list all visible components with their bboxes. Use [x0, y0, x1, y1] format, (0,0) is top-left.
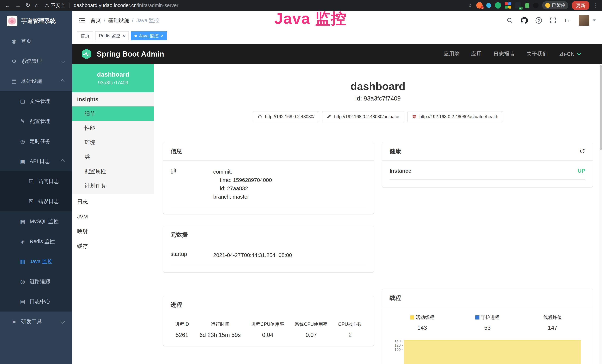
hamburger-icon[interactable] — [79, 17, 85, 24]
fullscreen-icon[interactable] — [550, 17, 556, 24]
paused-label: 已暂停 — [552, 2, 565, 8]
sidebar-item-file-management[interactable]: ▢ 文件管理 — [0, 91, 72, 111]
menu-item-mappings[interactable]: 映射 — [72, 224, 154, 239]
sidebar-item-mysql-monitor[interactable]: ▦ MySQL 监控 — [0, 211, 72, 231]
process-pid: 进程ID 5261 — [175, 321, 189, 338]
back-icon[interactable]: ← — [5, 3, 10, 8]
paused-badge[interactable]: 已暂停 — [542, 1, 568, 10]
menu-item-caches[interactable]: 缓存 — [72, 239, 154, 254]
sidebar-item-access-logs[interactable]: ☑ 访问日志 — [0, 171, 72, 191]
security-indicator[interactable]: ⚠ 不安全 — [45, 2, 65, 9]
error-log-icon: ☒ — [28, 198, 34, 204]
sidebar-item-label: 基础设施 — [21, 78, 42, 85]
info-git-row: git commit: time: 1596289704000 id: 27aa… — [171, 168, 366, 206]
actuator-url: http://192.168.0.2:48080/actuator — [334, 114, 400, 119]
menu-item-logs[interactable]: 日志 — [72, 194, 154, 209]
address-bar[interactable]: dashboard.yudao.iocoder.cn/infra/admin-s… — [70, 3, 178, 8]
sidebar-item-api-logs[interactable]: ▣ API 日志 — [0, 151, 72, 171]
breadcrumb-home[interactable]: 首页 — [90, 17, 101, 24]
sidebar-item-devtools[interactable]: ▣ 研发工具 — [0, 311, 72, 332]
user-avatar[interactable] — [579, 15, 589, 26]
sidebar-item-label: Redis 监控 — [30, 238, 55, 245]
sba-brand[interactable]: Spring Boot Admin — [81, 48, 164, 60]
forward-icon[interactable]: → — [15, 3, 21, 8]
sba-nav-applications[interactable]: 应用 — [471, 50, 482, 58]
menu-item-metrics[interactable]: 性能 — [72, 121, 154, 135]
home-icon[interactable]: ⌂ — [35, 3, 38, 8]
app-logo[interactable]: 芋道管理系统 — [0, 11, 72, 31]
fox-extension-icon[interactable]: 1 — [476, 2, 483, 9]
card-title: 健康 — [389, 147, 401, 155]
chevron-down-icon — [61, 320, 65, 324]
app-title: 芋道管理系统 — [21, 17, 56, 25]
tab-label: 首页 — [81, 33, 90, 39]
breadcrumb-infrastructure[interactable]: 基础设施 — [108, 17, 129, 24]
close-tab-icon[interactable]: × — [123, 33, 125, 38]
pig-logo-icon — [7, 16, 17, 26]
help-icon[interactable]: ? — [535, 17, 542, 24]
instance-header[interactable]: dashboard 93a3fc7f7409 — [72, 64, 154, 92]
sidebar-item-redis-monitor[interactable]: ◈ Redis 监控 — [0, 231, 72, 251]
sidebar-item-label: 文件管理 — [30, 98, 50, 105]
update-button[interactable]: 更新 — [572, 1, 589, 10]
menu-item-jvm[interactable]: JVM — [72, 209, 154, 224]
actuator-url-button[interactable]: http://192.168.0.2:48080/actuator — [322, 111, 404, 122]
metadata-value: 2021-04-27T00:44:31.254+08:00 — [213, 251, 366, 259]
cards-grid: 信息 git commit: time: 1596289704000 id: 2… — [163, 142, 593, 364]
instance-id: 93a3fc7f7409 — [98, 80, 128, 86]
history-icon[interactable]: ↺ — [579, 148, 585, 155]
sidebar-item-config-management[interactable]: ✎ 配置管理 — [0, 111, 72, 131]
sidebar-item-trace[interactable]: ◎ 链路追踪 — [0, 271, 72, 291]
cards-left-column: 信息 git commit: time: 1596289704000 id: 2… — [163, 142, 374, 364]
browser-menu-dots-icon[interactable]: ⋮ — [593, 3, 599, 8]
page-subtitle: Id: 93a3fc7f7409 — [163, 95, 593, 102]
sidebar-item-label: 访问日志 — [38, 178, 59, 185]
sidebar-item-home[interactable]: ◉ 首页 — [0, 31, 72, 51]
sidebar-item-scheduled-tasks[interactable]: ◷ 定时任务 — [0, 131, 72, 151]
on-extension-icon[interactable]: on — [515, 2, 521, 9]
health-instance-row[interactable]: Instance UP — [389, 168, 585, 180]
health-card: 健康 ↺ Instance UP — [382, 142, 593, 187]
sidebar-item-log-center[interactable]: ▤ 日志中心 — [0, 291, 72, 311]
tab-java-monitor[interactable]: Java 监控 × — [131, 31, 167, 40]
github-icon[interactable] — [520, 17, 528, 24]
sidebar-item-infrastructure[interactable]: ▤ 基础设施 — [0, 71, 72, 91]
drop-extension-icon[interactable] — [486, 3, 491, 8]
sba-nav-journal[interactable]: 日志报表 — [493, 50, 515, 58]
tab-redis-monitor[interactable]: Redis 监控 × — [95, 31, 129, 40]
grid-extension-icon[interactable] — [505, 2, 511, 9]
sidebar-item-label: 链路追踪 — [30, 278, 50, 285]
tab-home[interactable]: 首页 — [77, 31, 93, 40]
bookmark-star-icon[interactable]: ☆ — [468, 3, 473, 8]
sba-nav-wallboard[interactable]: 应用墙 — [443, 50, 460, 58]
health-url-button[interactable]: http://192.168.0.2:48080/actuator/health — [407, 111, 503, 122]
green-extension-icon[interactable] — [495, 2, 501, 9]
search-icon[interactable] — [506, 17, 513, 24]
browser-chrome: ← → ↻ ⌂ ⚠ 不安全 dashboard.yudao.iocoder.cn… — [0, 0, 602, 11]
info-value: commit: time: 1596289704000 id: 27aa832 … — [213, 168, 366, 201]
close-tab-icon[interactable]: × — [161, 33, 163, 38]
service-url-button[interactable]: http://192.168.0.2:48080/ — [253, 111, 319, 122]
refresh-icon[interactable]: ↻ — [26, 3, 30, 8]
live-threads-area — [404, 340, 581, 364]
sba-language-select[interactable]: zh-CN — [559, 51, 582, 57]
scrollbar-track[interactable] — [599, 64, 602, 364]
menu-item-classes[interactable]: 类 — [72, 150, 154, 164]
menu-item-scheduled-tasks[interactable]: 计划任务 — [72, 179, 154, 193]
menu-item-config-props[interactable]: 配置属性 — [72, 164, 154, 179]
scrollbar-thumb[interactable] — [600, 65, 602, 150]
dark-extension-icon[interactable] — [533, 3, 538, 8]
menu-item-environment[interactable]: 环境 — [72, 135, 154, 150]
leaf-extension-icon[interactable] — [525, 3, 529, 8]
sidebar-item-java-monitor[interactable]: ▥ Java 监控 — [0, 251, 72, 271]
chevron-down-icon — [576, 51, 582, 57]
font-size-icon[interactable]: TT — [564, 17, 571, 24]
sidebar-item-system-management[interactable]: ⚙ 系统管理 — [0, 51, 72, 71]
file-icon: ▢ — [19, 98, 26, 104]
svg-text:?: ? — [538, 18, 540, 22]
chevron-down-icon — [61, 59, 65, 64]
sba-nav-about[interactable]: 关于我们 — [526, 50, 548, 58]
sidebar-item-error-logs[interactable]: ☒ 错误日志 — [0, 191, 72, 211]
menu-item-details[interactable]: 细节 — [72, 107, 154, 121]
sidebar-item-label: Java 监控 — [30, 258, 53, 265]
